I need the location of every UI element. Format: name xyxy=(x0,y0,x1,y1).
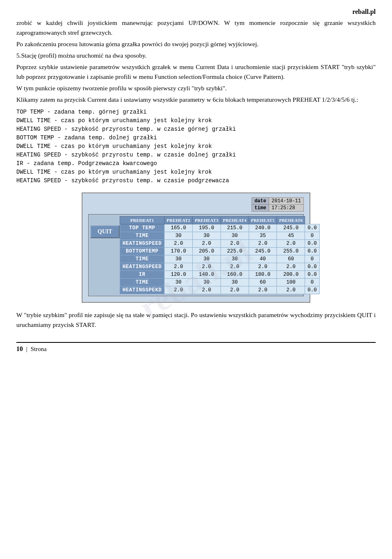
mono-line-3: HEATING SPEED - szybkość przyrostu temp.… xyxy=(16,125,376,134)
table-row: HEATINGSPEED2.02.02.02.02.00.0 xyxy=(120,240,320,248)
page-number: 10 xyxy=(16,345,23,353)
cell-4-1[interactable]: 30 xyxy=(192,255,220,263)
cell-6-0[interactable]: 120.0 xyxy=(165,271,193,279)
cell-4-0[interactable]: 30 xyxy=(165,255,193,263)
cell-1-4[interactable]: 45 xyxy=(277,232,305,240)
data-table-wrap: QUIT PREHEAT1 PREHEAT2 PREHEAT3 PREHEAT4… xyxy=(88,214,304,296)
cell-8-4[interactable]: 2.0 xyxy=(277,286,305,294)
paragraph-5: W tym punkcie opiszemy tworzenie profilu… xyxy=(16,83,376,93)
table-header-row: PREHEAT1 PREHEAT2 PREHEAT3 PREHEAT4 PREH… xyxy=(120,217,320,224)
cell-0-2[interactable]: 215.0 xyxy=(220,224,249,232)
cell-5-0[interactable]: 2.0 xyxy=(165,263,193,271)
cell-5-3[interactable]: 2.0 xyxy=(249,263,277,271)
cell-4-3[interactable]: 40 xyxy=(249,255,277,263)
cell-4-5[interactable]: 0 xyxy=(305,255,320,263)
cell-0-4[interactable]: 245.0 xyxy=(277,224,305,232)
cell-3-2[interactable]: 225.0 xyxy=(220,248,249,255)
paragraph-6: Klikamy zatem na przycisk Current data i… xyxy=(16,95,376,105)
cell-5-4[interactable]: 2.0 xyxy=(277,263,305,271)
table-row: TOP TEMP165.0195.0215.0240.0245.00.0 xyxy=(120,224,320,232)
cell-7-4[interactable]: 100 xyxy=(277,279,305,286)
time-label: time xyxy=(252,205,269,212)
cell-7-3[interactable]: 60 xyxy=(249,279,277,286)
table-row: HEATINGSPEED2.02.02.02.02.00.0 xyxy=(120,263,320,271)
cell-3-5[interactable]: 0.0 xyxy=(305,248,320,255)
cell-3-4[interactable]: 255.0 xyxy=(277,248,305,255)
cell-1-1[interactable]: 30 xyxy=(192,232,220,240)
data-table: PREHEAT1 PREHEAT2 PREHEAT3 PREHEAT4 PREH… xyxy=(120,216,320,294)
cell-5-5[interactable]: 0.0 xyxy=(305,263,320,271)
cell-0-3[interactable]: 240.0 xyxy=(249,224,277,232)
cell-3-0[interactable]: 170.0 xyxy=(165,248,193,255)
cell-2-1[interactable]: 2.0 xyxy=(192,240,220,248)
cell-3-1[interactable]: 205.0 xyxy=(192,248,220,255)
cell-7-1[interactable]: 30 xyxy=(192,279,220,286)
mono-line-9: HEATING SPEED - szybkość przyrostu temp.… xyxy=(16,177,376,185)
row-label-7: TIME xyxy=(120,279,165,286)
row-label-8: HEATINGSPEKD xyxy=(120,286,165,294)
table-row: HEATINGSPEKD2.02.02.02.02.00.0 xyxy=(120,286,320,294)
cell-4-4[interactable]: 60 xyxy=(277,255,305,263)
cell-5-2[interactable]: 2.0 xyxy=(220,263,249,271)
cell-3-3[interactable]: 245.0 xyxy=(249,248,277,255)
closing-text: W "trybie szybkim" profil nie zapisuje s… xyxy=(16,310,376,330)
mono-block: TOP TEMP - zadana temp. górnej grzałki D… xyxy=(16,108,376,185)
cell-2-0[interactable]: 2.0 xyxy=(165,240,193,248)
cell-8-2[interactable]: 2.0 xyxy=(220,286,249,294)
cell-6-5[interactable]: 0.0 xyxy=(305,271,320,279)
cell-1-5[interactable]: 0 xyxy=(305,232,320,240)
cell-4-2[interactable]: 30 xyxy=(220,255,249,263)
date-label: date xyxy=(252,198,269,205)
page-separator: | xyxy=(26,346,27,353)
table-row: TIME30303040600 xyxy=(120,255,320,263)
cell-2-4[interactable]: 2.0 xyxy=(277,240,305,248)
page-label: Strona xyxy=(31,346,47,353)
table-row: TIME303030601000 xyxy=(120,279,320,286)
cell-2-2[interactable]: 2.0 xyxy=(220,240,249,248)
table-row: BOTTOMTEMP170.0205.0225.0245.0255.00.0 xyxy=(120,248,320,255)
col-header-3: PREHEAT4 xyxy=(220,217,249,224)
cell-6-2[interactable]: 160.0 xyxy=(220,271,249,279)
col-header-5: PREHEAT6 xyxy=(277,217,305,224)
data-outer: QUIT PREHEAT1 PREHEAT2 PREHEAT3 PREHEAT4… xyxy=(90,216,302,294)
cell-7-2[interactable]: 30 xyxy=(220,279,249,286)
cell-2-5[interactable]: 0.0 xyxy=(305,240,320,248)
cell-5-1[interactable]: 2.0 xyxy=(192,263,220,271)
quit-button[interactable]: QUIT xyxy=(90,225,120,238)
cell-1-0[interactable]: 30 xyxy=(165,232,193,240)
cell-8-0[interactable]: 2.0 xyxy=(165,286,193,294)
row-label-0: TOP TEMP xyxy=(120,224,165,232)
paragraph-2: Po zakończeniu procesu lutowania górna g… xyxy=(16,39,376,49)
cell-6-3[interactable]: 180.0 xyxy=(249,271,277,279)
cell-8-5[interactable]: 0.0 xyxy=(305,286,320,294)
cell-1-2[interactable]: 30 xyxy=(220,232,249,240)
mono-line-6: HEATING SPEED - szybkość przyrostu temp.… xyxy=(16,151,376,159)
mono-line-1: TOP TEMP - zadana temp. górnej grzałki xyxy=(16,108,376,116)
cell-2-3[interactable]: 2.0 xyxy=(249,240,277,248)
mono-line-5: DWELL TIME - czas po którym uruchamiany … xyxy=(16,142,376,151)
site-name: reball.pl xyxy=(16,8,376,16)
cell-7-5[interactable]: 0 xyxy=(305,279,320,286)
row-label-2: HEATINGSPEED xyxy=(120,240,165,248)
mono-line-8: DWELL TIME - czas po którym uruchamiany … xyxy=(16,168,376,177)
datetime-table: date 2014-10-11 time 17:25:28 xyxy=(252,197,304,212)
cell-8-3[interactable]: 2.0 xyxy=(249,286,277,294)
cell-6-4[interactable]: 200.0 xyxy=(277,271,305,279)
paragraph-3: 5.Stację (profil) można uruchomić na dwa… xyxy=(16,51,376,60)
row-label-4: TIME xyxy=(120,255,165,263)
cell-8-1[interactable]: 2.0 xyxy=(192,286,220,294)
cell-7-0[interactable]: 30 xyxy=(165,279,193,286)
col-header-1: PREHEAT2 xyxy=(165,217,193,224)
mono-line-7: IR - zadana temp. Podgrzewacza kwarcoweg… xyxy=(16,159,376,168)
cell-6-1[interactable]: 140.0 xyxy=(192,271,220,279)
cell-1-3[interactable]: 35 xyxy=(249,232,277,240)
paragraph-4: Poprzez szybkie ustawienie parametrów ws… xyxy=(16,62,376,82)
paragraph-1: zrobić w każdej chwili joystickiem manew… xyxy=(16,18,376,38)
cell-0-0[interactable]: 165.0 xyxy=(165,224,193,232)
body-text: zrobić w każdej chwili joystickiem manew… xyxy=(16,18,376,105)
mono-line-2: DWELL TIME - czas po którym uruchamiany … xyxy=(16,116,376,125)
cell-0-1[interactable]: 195.0 xyxy=(192,224,220,232)
date-value: 2014-10-11 xyxy=(269,198,303,205)
cell-0-5[interactable]: 0.0 xyxy=(305,224,320,232)
screenshot-container: date 2014-10-11 time 17:25:28 QUIT PREHE… xyxy=(16,192,376,303)
